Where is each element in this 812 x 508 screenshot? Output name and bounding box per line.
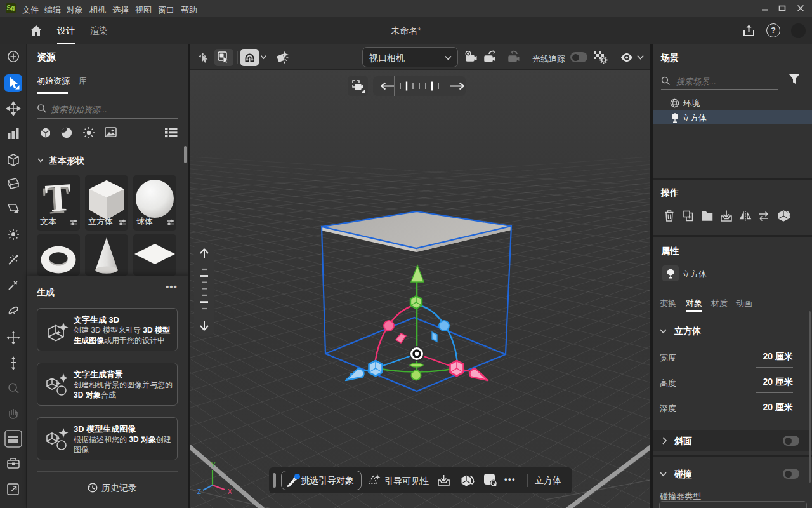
svg-text:Z: Z [197,488,201,495]
svg-text:T: T [44,175,73,220]
svg-text:文本: 文本 [40,217,56,226]
svg-text:球体: 球体 [136,217,153,226]
svg-text:立方体: 立方体 [88,217,113,226]
svg-text:Y: Y [211,462,216,469]
svg-text:X: X [228,488,232,495]
